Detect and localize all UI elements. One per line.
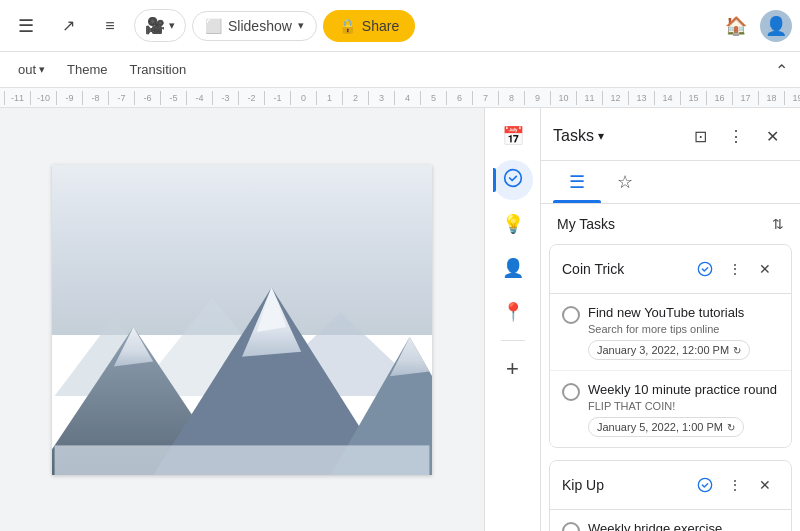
active-indicator bbox=[493, 168, 496, 192]
theme-label: Theme bbox=[67, 62, 107, 77]
layout-button[interactable]: out ▾ bbox=[8, 58, 55, 81]
task-checkbox-bridge-exercise[interactable] bbox=[562, 522, 580, 531]
tasks-panel-header: Tasks ▾ ⊡ ⋮ ✕ bbox=[541, 108, 800, 161]
meet-button[interactable]: 🎥 ▾ bbox=[134, 9, 186, 42]
tasks-new-window-button[interactable]: ⊡ bbox=[684, 120, 716, 152]
tasks-panel: Tasks ▾ ⊡ ⋮ ✕ ☰ ☆ bbox=[540, 108, 800, 531]
tasks-more-button[interactable]: ⋮ bbox=[720, 120, 752, 152]
svg-point-11 bbox=[504, 169, 521, 186]
task-repeat-icon: ↻ bbox=[733, 345, 741, 356]
transition-label: Transition bbox=[130, 62, 187, 77]
svg-marker-9 bbox=[390, 336, 429, 375]
avatar[interactable]: 👤 bbox=[760, 10, 792, 42]
slide-area[interactable]: Version 1.0 bbox=[0, 108, 484, 531]
task-group-header-coin-trick: Coin Trick ⋮ ✕ bbox=[550, 245, 791, 294]
ruler-inner: -11 -10 -9 -8 -7 -6 -5 -4 -3 -2 -1 0 1 2… bbox=[0, 91, 800, 105]
right-sidebar: 📅 💡 👤 📍 + bbox=[484, 108, 540, 531]
more-vert-icon: ⋮ bbox=[728, 477, 742, 493]
slide-mountain bbox=[52, 258, 432, 475]
close-icon: ✕ bbox=[766, 127, 779, 146]
task-content: Weekly bridge exercise February 7, 2022,… bbox=[588, 520, 779, 531]
task-date-text: January 3, 2022, 12:00 PM bbox=[597, 344, 729, 356]
tab-list[interactable]: ☰ bbox=[553, 161, 601, 203]
tab-starred[interactable]: ☆ bbox=[601, 161, 649, 203]
task-date-practice-round[interactable]: January 5, 2022, 1:00 PM ↻ bbox=[588, 417, 744, 437]
task-item-row: Find new YouTube tutorials Search for mo… bbox=[562, 304, 779, 360]
ruler-mark: -8 bbox=[82, 91, 108, 105]
ruler-mark: 6 bbox=[446, 91, 472, 105]
kip-up-more-button[interactable]: ⋮ bbox=[721, 471, 749, 499]
sidebar-maps-button[interactable]: 📍 bbox=[493, 292, 533, 332]
ruler-mark: 9 bbox=[524, 91, 550, 105]
list-icon: ☰ bbox=[569, 172, 585, 192]
kip-up-complete-button[interactable] bbox=[691, 471, 719, 499]
ruler-mark: 13 bbox=[628, 91, 654, 105]
slideshow-label: Slideshow bbox=[228, 18, 292, 34]
ruler-mark: 15 bbox=[680, 91, 706, 105]
ruler-mark: 2 bbox=[342, 91, 368, 105]
meet-chevron: ▾ bbox=[169, 19, 175, 32]
task-checkbox-practice-round[interactable] bbox=[562, 383, 580, 401]
task-date-text: January 5, 2022, 1:00 PM bbox=[597, 421, 723, 433]
ruler-mark: -9 bbox=[56, 91, 82, 105]
sidebar-calendar-button[interactable]: 📅 bbox=[493, 116, 533, 156]
task-item-row: Weekly bridge exercise February 7, 2022,… bbox=[562, 520, 779, 531]
ruler-mark: 3 bbox=[368, 91, 394, 105]
topbar: ☰ ↗ ≡ 🎥 ▾ ⬜ Slideshow ▾ 🔒 Share 🏠 👤 bbox=[0, 0, 800, 52]
slideshow-button[interactable]: ⬜ Slideshow ▾ bbox=[192, 11, 317, 41]
close-icon: ✕ bbox=[759, 477, 771, 493]
sidebar-add-button[interactable]: + bbox=[493, 349, 533, 389]
task-item-practice-round: Weekly 10 minute practice round FLIP THA… bbox=[550, 371, 791, 447]
task-checkbox-yt-tutorials[interactable] bbox=[562, 306, 580, 324]
task-group-more-button[interactable]: ⋮ bbox=[721, 255, 749, 283]
transition-button[interactable]: Transition bbox=[120, 58, 197, 81]
task-title-practice-round: Weekly 10 minute practice round bbox=[588, 381, 779, 399]
ruler-mark: 17 bbox=[732, 91, 758, 105]
task-item-yt-tutorials: Find new YouTube tutorials Search for mo… bbox=[550, 294, 791, 371]
svg-rect-10 bbox=[55, 445, 430, 475]
ruler-mark: 7 bbox=[472, 91, 498, 105]
task-group-complete-button[interactable] bbox=[691, 255, 719, 283]
task-subtitle-practice-round: FLIP THAT COIN! bbox=[588, 400, 779, 412]
ruler-mark: -4 bbox=[186, 91, 212, 105]
task-group-close-button[interactable]: ✕ bbox=[751, 255, 779, 283]
docs-icon-button[interactable]: ≡ bbox=[92, 8, 128, 44]
ruler-mark: -6 bbox=[134, 91, 160, 105]
collapse-toolbar-button[interactable]: ⌃ bbox=[771, 56, 792, 83]
trending-icon-button[interactable]: ↗ bbox=[50, 8, 86, 44]
lighthouse-icon-button[interactable]: 🏠 bbox=[718, 8, 754, 44]
meet-icon: 🎥 bbox=[145, 16, 165, 35]
ruler-mark: -7 bbox=[108, 91, 134, 105]
lock-icon: 🔒 bbox=[339, 18, 356, 34]
menu-button[interactable]: ☰ bbox=[8, 8, 44, 44]
sidebar-contacts-button[interactable]: 👤 bbox=[493, 248, 533, 288]
tasks-close-button[interactable]: ✕ bbox=[756, 120, 788, 152]
ruler-mark: 12 bbox=[602, 91, 628, 105]
ruler: -11 -10 -9 -8 -7 -6 -5 -4 -3 -2 -1 0 1 2… bbox=[0, 88, 800, 108]
task-date-yt-tutorials[interactable]: January 3, 2022, 12:00 PM ↻ bbox=[588, 340, 750, 360]
task-item-row: Weekly 10 minute practice round FLIP THA… bbox=[562, 381, 779, 437]
my-tasks-expand-button[interactable]: ⇅ bbox=[772, 216, 784, 232]
ruler-mark: -2 bbox=[238, 91, 264, 105]
more-vert-icon: ⋮ bbox=[728, 261, 742, 277]
my-tasks-header: My Tasks ⇅ bbox=[541, 204, 800, 240]
share-button[interactable]: 🔒 Share bbox=[323, 10, 415, 42]
theme-button[interactable]: Theme bbox=[57, 58, 117, 81]
svg-point-12 bbox=[698, 262, 711, 275]
ruler-mark: 19 bbox=[784, 91, 800, 105]
ruler-mark: -1 bbox=[264, 91, 290, 105]
ruler-mark: -10 bbox=[30, 91, 56, 105]
task-group-kip-up: Kip Up ⋮ ✕ bbox=[549, 460, 792, 531]
sidebar-keep-button[interactable]: 💡 bbox=[493, 204, 533, 244]
main-content: Version 1.0 bbox=[0, 108, 800, 531]
task-title-yt-tutorials: Find new YouTube tutorials bbox=[588, 304, 779, 322]
task-content: Find new YouTube tutorials Search for mo… bbox=[588, 304, 779, 360]
ruler-mark: 5 bbox=[420, 91, 446, 105]
task-group-actions: ⋮ ✕ bbox=[691, 255, 779, 283]
layout-chevron-icon: ▾ bbox=[39, 63, 45, 76]
kip-up-close-button[interactable]: ✕ bbox=[751, 471, 779, 499]
task-title-bridge-exercise: Weekly bridge exercise bbox=[588, 520, 779, 531]
sidebar-tasks-button[interactable] bbox=[493, 160, 533, 200]
ruler-mark: 10 bbox=[550, 91, 576, 105]
ruler-mark: -11 bbox=[4, 91, 30, 105]
